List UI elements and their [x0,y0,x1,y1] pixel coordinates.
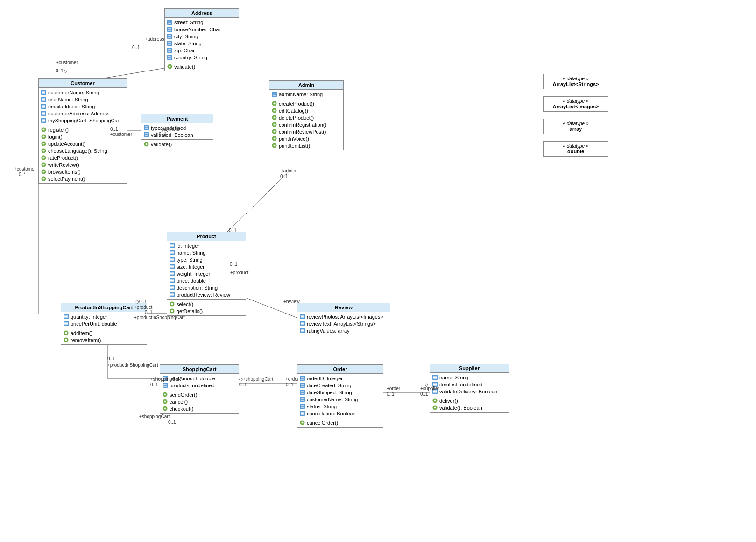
label-prod-pisc-1: +product [134,305,152,310]
class-admin-header: Admin [269,81,343,90]
svg-point-60 [43,136,45,138]
class-address: Address street: String houseNumber: Char… [164,8,239,71]
svg-point-200 [302,422,304,424]
svg-point-172 [164,401,166,403]
class-address-methods: validate() [165,62,239,71]
label-pisc-sc-4: 0..1 [150,382,158,387]
label-order-supplier-1: +order [387,386,400,391]
label-sc-order-3: +order [285,377,299,382]
svg-point-98 [274,138,276,140]
class-sc-methods: sendOrder() cancel() checkout() [160,390,239,413]
svg-point-174 [164,408,166,410]
class-order-header: Order [297,365,383,374]
class-review-header: Review [297,303,390,312]
label-prod-review-3: +review [283,299,300,304]
svg-point-136 [171,310,173,312]
class-address-attrs: street: String houseNumber: Char city: S… [165,18,239,62]
svg-point-170 [164,394,166,396]
label-cust-pisc-2: 0..* [19,172,26,177]
svg-point-68 [43,164,45,166]
class-payment-header: Payment [141,114,213,123]
label-payment-customer-3: 0..1 [159,132,167,137]
label-payment-customer-1: +payment [159,127,179,132]
svg-point-148 [65,339,67,341]
class-review-attrs: reviewPhotos: ArrayList<Images> reviewTe… [297,312,390,335]
class-product-header: Product [167,232,246,241]
class-supplier-methods: deliver() validate(): Boolean [430,396,509,412]
svg-point-216 [434,407,436,409]
class-supplier-attrs: name: String itemList: undefined validat… [430,373,509,396]
svg-point-62 [43,143,45,145]
svg-point-92 [274,117,276,119]
class-order-attrs: orderID: Integer dateCreated: String dat… [297,374,383,418]
class-order-methods: cancelOrder() [297,418,383,427]
svg-point-96 [274,131,276,133]
svg-point-146 [65,332,67,334]
label-pisc-sc-3: +shoppingCart [150,377,181,382]
label-admin-product-1: +admin [281,168,296,173]
label-order-supplier-2: 0..1 [387,392,395,397]
class-shopping-cart: ShoppingCart totalAmount: double product… [160,364,239,414]
class-address-header: Address [165,9,239,18]
label-pisc-sc-1: +productInShoppingCart [107,363,158,368]
label-customer-payment-1: 0..1 [110,127,118,132]
label-admin-product-3: 0..1 [229,228,237,233]
svg-point-66 [43,157,45,159]
label-cust-pisc-1: +customer [14,166,36,171]
label-prod-pisc-3: ◇0..1 [135,299,147,304]
label-order-supplier-5: ◇ [425,382,429,387]
class-order: Order orderID: Integer dateCreated: Stri… [297,364,383,428]
class-sc-header: ShoppingCart [160,365,239,374]
label-sc-order-2: 0..1 [239,382,247,387]
svg-point-36 [169,66,171,68]
label-sc-bottom-2: 0..1 [168,420,176,425]
label-order-supplier-3: +supplier [420,386,439,391]
svg-point-90 [274,110,276,112]
datatype-arraylist-strings: « datatype » ArrayList<Strings> [543,74,608,89]
class-customer-attrs: customerName: String userName: String em… [39,88,127,125]
label-sc-order-1: ◇+shoppingCart [239,377,273,382]
svg-point-64 [43,150,45,152]
svg-point-94 [274,124,276,126]
label-admin-product-2: 0..1 [280,174,288,179]
label-customer-address-2: +address [145,36,164,42]
label-prod-pisc-2: 0..1 [145,310,153,315]
class-product-methods: select() getDetails() [167,300,246,315]
svg-point-82 [146,143,148,145]
diagram-canvas: Address street: String houseNumber: Char… [0,0,756,542]
svg-line-6 [237,294,297,318]
svg-point-70 [43,171,45,173]
svg-point-134 [171,303,173,305]
label-customer-address-3: 0..1 [132,45,140,50]
label-payment-customer-2: +customer [110,132,132,137]
class-admin-methods: createProduct() editCatalog() deleteProd… [269,99,343,150]
label-pisc-sc-2: 0..1 [107,356,115,361]
class-admin: Admin adminName: String createProduct() … [269,80,344,150]
class-admin-attrs: adminName: String [269,90,343,99]
label-sc-bottom: +shoppingCart [139,414,170,419]
svg-point-58 [43,129,45,131]
label-order-supplier-4: 0..1 [420,392,428,397]
class-customer-header: Customer [39,79,127,88]
label-prod-review-1: 0..1 [230,262,238,267]
svg-point-72 [43,178,45,180]
label-prod-pisc-4: +productInShoppingCart [134,315,185,320]
class-pisc-methods: addItem() removeItem() [61,328,147,344]
class-payment-methods: validate() [141,140,213,149]
label-prod-review-2: +product [230,270,248,275]
label-customer-address-1: +customer [56,60,78,65]
class-supplier: Supplier name: String itemList: undefine… [430,364,509,413]
svg-point-214 [434,400,436,402]
label-sc-order-4: 0..1 [286,382,294,387]
label-customer-address-4: 0..1◇ [56,68,67,73]
class-supplier-header: Supplier [430,364,509,373]
datatype-double: « datatype » double [543,141,608,157]
svg-point-88 [274,103,276,105]
datatype-array: « datatype » array [543,119,608,134]
datatype-arraylist-images: « datatype » ArrayList<Images> [543,96,608,112]
class-review: Review reviewPhotos: ArrayList<Images> r… [297,303,390,335]
svg-point-100 [274,145,276,147]
